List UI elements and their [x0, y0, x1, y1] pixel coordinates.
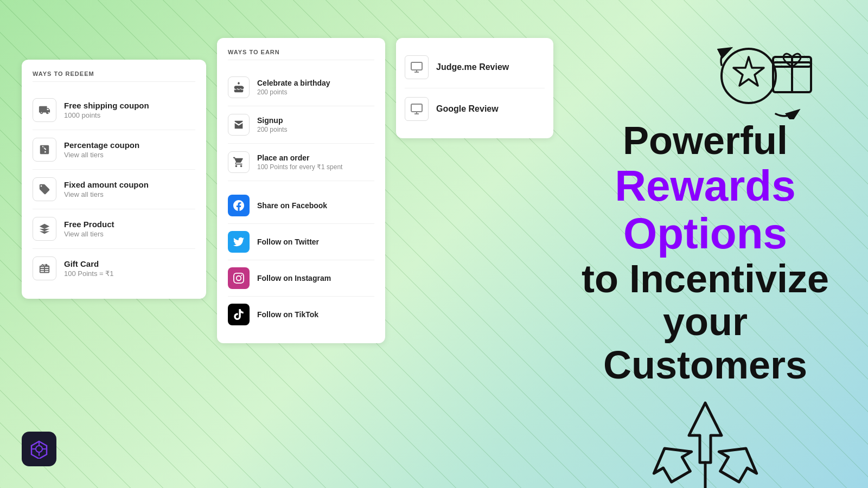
reward-name: Fixed amount coupon [64, 180, 149, 189]
reward-text: Free Product View all tiers [64, 220, 114, 238]
diamond-icon [33, 217, 56, 241]
svg-rect-1 [411, 104, 422, 112]
social-name: Follow on TikTok [257, 310, 318, 319]
earn-text: Place an order 100 Points for every ₹1 s… [257, 153, 342, 171]
instagram-icon [228, 267, 250, 289]
percent-icon [33, 138, 56, 162]
list-item[interactable]: Judge.me Review [405, 47, 545, 88]
cake-icon [228, 76, 250, 98]
list-item[interactable]: Google Review [405, 88, 545, 130]
review-name: Judge.me Review [436, 62, 509, 72]
heading-line3: to Incentivize [564, 258, 846, 300]
list-item[interactable]: Follow on Twitter [228, 224, 374, 260]
list-item[interactable]: Fixed amount coupon View all tiers [33, 170, 195, 209]
social-name: Follow on Twitter [257, 237, 319, 246]
tag-icon [33, 177, 56, 201]
svg-marker-9 [646, 438, 699, 487]
list-item[interactable]: Follow on Instagram [228, 260, 374, 297]
svg-marker-8 [689, 403, 722, 463]
reward-name: Free shipping coupon [64, 101, 149, 110]
social-name: Follow on Instagram [257, 274, 331, 282]
reward-icons-svg [716, 33, 825, 119]
google-review-icon [405, 97, 429, 121]
heading-line1: Powerful [564, 119, 846, 162]
svg-marker-10 [711, 438, 764, 487]
earn-name: Celebrate a birthday [257, 79, 330, 87]
earn-text: Signup 200 points [257, 116, 287, 133]
reward-name: Free Product [64, 220, 114, 229]
reviews-panel: Judge.me Review Google Review [396, 38, 553, 138]
reward-sub: View all tiers [64, 151, 139, 159]
list-item[interactable]: Share on Facebook [228, 188, 374, 224]
gift-card-icon [33, 256, 56, 280]
list-item[interactable]: Percentage coupon View all tiers [33, 130, 195, 170]
redeem-panel-title: WAYS TO REDEEM [33, 70, 195, 82]
heading-line4: your Customers [564, 300, 846, 386]
tiktok-icon [228, 304, 250, 325]
heading-line2: Rewards Options [564, 162, 846, 258]
earn-panel-title: WAYS TO EARN [228, 49, 374, 60]
list-item[interactable]: Gift Card 100 Points = ₹1 [33, 249, 195, 288]
facebook-icon [228, 195, 250, 216]
reward-sub: View all tiers [64, 230, 114, 238]
reward-name: Gift Card [64, 259, 113, 268]
list-item[interactable]: Free Product View all tiers [33, 209, 195, 249]
earn-name: Place an order [257, 153, 342, 162]
redeem-panel: WAYS TO REDEEM Free shipping coupon 1000… [22, 60, 206, 299]
review-name: Google Review [436, 104, 499, 114]
reward-text: Fixed amount coupon View all tiers [64, 180, 149, 198]
reward-sub: 100 Points = ₹1 [64, 269, 113, 278]
list-item[interactable]: Free shipping coupon 1000 points [33, 91, 195, 130]
top-icons [716, 33, 825, 119]
earn-sub: 200 points [257, 88, 330, 96]
list-item[interactable]: Signup 200 points [228, 106, 374, 144]
reward-text: Gift Card 100 Points = ₹1 [64, 259, 113, 278]
svg-rect-0 [411, 62, 422, 70]
svg-point-12 [36, 446, 42, 452]
main-container: WAYS TO REDEEM Free shipping coupon 1000… [0, 0, 868, 488]
main-heading: Powerful Rewards Options to Incentivize … [564, 119, 846, 387]
social-name: Share on Facebook [257, 201, 327, 210]
earn-name: Signup [257, 116, 287, 125]
earn-sub: 200 points [257, 126, 287, 133]
reward-text: Percentage coupon View all tiers [64, 140, 139, 159]
earn-text: Celebrate a birthday 200 points [257, 79, 330, 96]
list-item[interactable]: Celebrate a birthday 200 points [228, 69, 374, 106]
truck-icon [33, 98, 56, 122]
judgeme-icon [405, 55, 429, 79]
store-icon [228, 114, 250, 136]
reward-sub: 1000 points [64, 111, 149, 119]
reward-text: Free shipping coupon 1000 points [64, 101, 149, 119]
earn-panel: WAYS TO EARN Celebrate a birthday 200 po… [217, 38, 385, 343]
list-item[interactable]: Follow on TikTok [228, 297, 374, 332]
reward-name: Percentage coupon [64, 140, 139, 150]
cart-icon [228, 151, 250, 173]
list-item[interactable]: Place an order 100 Points for every ₹1 s… [228, 144, 374, 181]
right-section: Powerful Rewards Options to Incentivize … [564, 33, 846, 488]
twitter-icon [228, 231, 250, 253]
earn-sub: 100 Points for every ₹1 spent [257, 163, 342, 171]
reward-sub: View all tiers [64, 190, 149, 198]
app-logo [22, 432, 56, 466]
bottom-arrows-icon [646, 397, 765, 488]
